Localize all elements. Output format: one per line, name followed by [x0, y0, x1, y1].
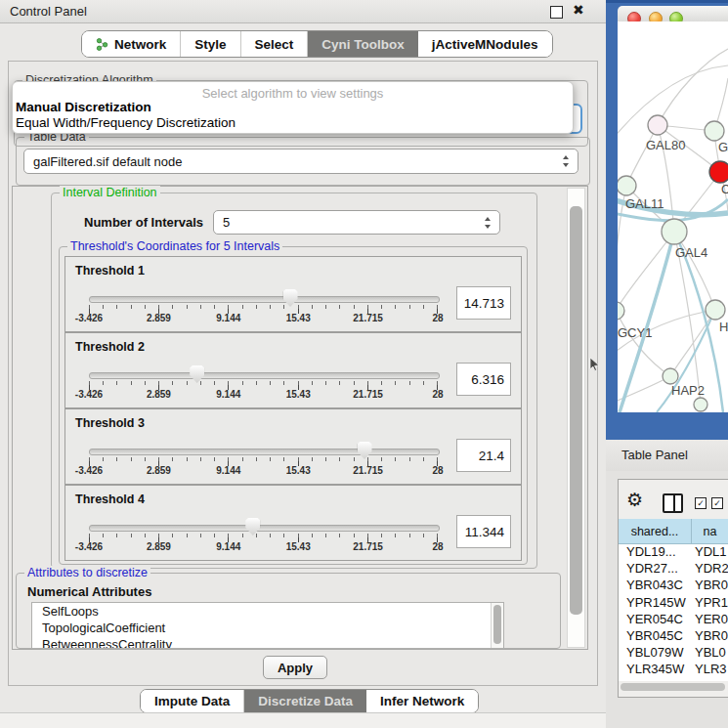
table-row[interactable]: YPR145WYPR1 — [619, 595, 728, 612]
network-node[interactable] — [705, 121, 724, 141]
attribute-list-item[interactable]: TopologicalCoefficient — [32, 620, 503, 636]
network-node[interactable] — [662, 219, 687, 244]
table-cell[interactable]: YDL1 — [692, 544, 728, 561]
network-canvas[interactable]: GAL80GACGAL11GAL4GCY1HHAP2 — [618, 21, 728, 412]
table-row[interactable]: YER054CYER0 — [619, 612, 728, 628]
tick-label: 9.144 — [216, 465, 240, 476]
scrollbar-thumb[interactable] — [570, 206, 582, 615]
table-cell[interactable]: YBR0 — [692, 578, 728, 594]
column-header-name[interactable]: na — [692, 519, 728, 543]
table-row[interactable]: YBL079WYBL0 — [619, 645, 728, 662]
table-cell[interactable]: YDR27... — [619, 561, 692, 578]
table-data-combobox[interactable]: galFiltered.sif default node — [23, 149, 578, 174]
table-cell[interactable]: YBR043C — [619, 578, 692, 594]
threshold-value-box[interactable]: 6.316 — [456, 363, 511, 396]
apply-button[interactable]: Apply — [263, 656, 327, 679]
spinner-arrows-icon — [562, 155, 571, 167]
table-cell[interactable]: YIL052C — [619, 679, 692, 682]
tab-label: Infer Network — [380, 694, 464, 708]
column-header-shared-name[interactable]: shared... — [619, 519, 692, 543]
checkbox-icon-2[interactable]: ✓ — [711, 497, 723, 509]
table-cell[interactable]: YLR3 — [692, 662, 728, 678]
gear-icon[interactable]: ⚙ — [626, 489, 643, 511]
tick-label: 28 — [432, 541, 443, 552]
table-cell[interactable]: YPR1 — [692, 595, 728, 612]
tab-cyni-toolbox[interactable]: Cyni Toolbox — [308, 31, 418, 57]
slider-track[interactable] — [89, 372, 440, 379]
table-cell[interactable]: YPR145W — [619, 595, 692, 612]
slider-track[interactable] — [89, 449, 440, 455]
columns-icon[interactable] — [663, 493, 683, 513]
table-horizontal-scrollbar[interactable] — [620, 682, 727, 692]
attributes-listbox[interactable]: SelfLoopsTopologicalCoefficientBetweenne… — [31, 602, 504, 649]
tab-jactivemnodules[interactable]: jActiveMNodules — [418, 31, 552, 57]
algorithm-option-equal-width[interactable]: Equal Width/Frequency Discretization — [16, 115, 236, 130]
slider-tick-labels: -3.4262.8599.14415.4321.71528 — [89, 389, 438, 401]
table-cell[interactable]: YBL0 — [692, 645, 728, 662]
network-node[interactable] — [709, 161, 728, 183]
float-window-icon[interactable] — [550, 6, 563, 19]
network-node[interactable] — [663, 368, 678, 384]
network-node-label: GA — [718, 140, 728, 154]
network-node[interactable] — [648, 115, 667, 135]
table-panel-title: Table Panel — [621, 448, 688, 462]
tab-style[interactable]: Style — [181, 31, 240, 57]
attribute-list-item[interactable]: SelfLoops — [32, 603, 503, 620]
scrollbar-thumb[interactable] — [493, 605, 501, 644]
table-row[interactable]: YDL19...YDL1 — [619, 544, 728, 561]
tab-select[interactable]: Select — [241, 31, 309, 57]
tick-label: -3.426 — [75, 313, 103, 323]
table-cell[interactable]: YIL0 — [692, 679, 728, 682]
tick-label: -3.426 — [75, 541, 103, 552]
threshold-label: Threshold 3 — [75, 416, 145, 430]
tab-impute-data[interactable]: Impute Data — [141, 690, 244, 712]
table-cell[interactable]: YLR345W — [619, 662, 692, 678]
table-cell[interactable]: YER0 — [692, 612, 728, 628]
scrollbar-thumb[interactable] — [621, 683, 725, 691]
attribute-list-item[interactable]: BetweennessCentrality — [32, 636, 503, 649]
slider-tick-labels: -3.4262.8599.14415.4321.71528 — [89, 313, 438, 324]
tab-infer-network[interactable]: Infer Network — [366, 690, 478, 712]
table-cell[interactable]: YER054C — [619, 612, 692, 628]
table-row[interactable]: YLR345WYLR3 — [619, 662, 728, 678]
table-data-value: galFiltered.sif default node — [33, 154, 182, 169]
num-intervals-label: Number of Intervals — [84, 215, 203, 230]
table-header-row: shared... na — [619, 519, 728, 544]
table-row[interactable]: YBR045CYBR0 — [619, 628, 728, 645]
slider-track[interactable] — [89, 296, 440, 303]
table-row[interactable]: YIL052CYIL0 — [619, 679, 728, 682]
threshold-value-box[interactable]: 21.4 — [456, 439, 511, 472]
tab-network[interactable]: Network — [82, 31, 181, 57]
network-node[interactable] — [694, 398, 707, 411]
table-cell[interactable]: YDL19... — [619, 544, 692, 561]
attributes-scrollbar[interactable] — [491, 603, 503, 648]
numerical-attributes-heading: Numerical Attributes — [27, 584, 151, 599]
table-cell[interactable]: YBR045C — [619, 628, 692, 645]
settings-vertical-scrollbar[interactable] — [567, 188, 585, 648]
threshold-value-box[interactable]: 14.713 — [456, 286, 511, 320]
network-node-label: GAL4 — [675, 245, 707, 260]
num-intervals-combobox[interactable]: 5 — [213, 210, 500, 235]
checkbox-icon-1[interactable]: ✓ — [695, 497, 707, 509]
network-node[interactable] — [706, 300, 725, 320]
tab-discretize-data[interactable]: Discretize Data — [244, 690, 366, 712]
tab-label: Network — [114, 37, 166, 52]
algorithm-popup-hint: Select algorithm to view settings — [13, 86, 573, 101]
tick-label: 9.144 — [216, 389, 240, 400]
bottom-tabbar: Impute Data Discretize Data Infer Networ… — [140, 689, 479, 713]
slider-track[interactable] — [89, 525, 440, 532]
table-row[interactable]: YBR043CYBR0 — [619, 578, 728, 594]
algorithm-option-manual[interactable]: Manual Discretization — [16, 100, 151, 114]
threshold-label: Threshold 4 — [75, 492, 145, 506]
threshold-value-box[interactable]: 11.344 — [456, 515, 511, 548]
table-cell[interactable]: YBL079W — [619, 645, 692, 662]
tick-label: 15.43 — [286, 389, 311, 400]
table-cell[interactable]: YDR2 — [692, 561, 728, 578]
table-row[interactable]: YDR27...YDR2 — [619, 561, 728, 578]
tick-label: 2.859 — [147, 313, 171, 323]
network-node[interactable] — [618, 302, 624, 320]
network-node[interactable] — [618, 176, 636, 195]
table-cell[interactable]: YBR0 — [692, 628, 728, 645]
tick-label: 21.715 — [353, 465, 383, 476]
close-icon[interactable]: ✖ — [573, 2, 584, 18]
